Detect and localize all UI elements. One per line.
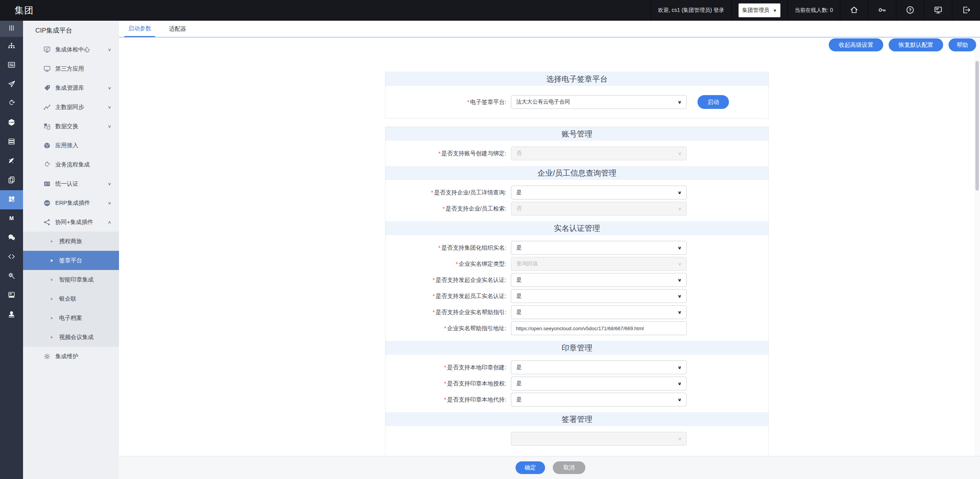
nav-sub-item-6[interactable]: 视频会议集成 — [23, 328, 119, 347]
tab-startup-params[interactable]: 启动参数 — [124, 21, 155, 37]
select-value: 是 — [516, 293, 522, 300]
field-row: *是否支持印章本地代持:是∨ — [385, 393, 768, 407]
help-pill-button[interactable]: 帮助 — [949, 38, 976, 51]
vertical-scrollbar[interactable] — [974, 38, 980, 479]
text-field-input[interactable] — [511, 322, 686, 335]
nav-item-5[interactable]: 数据交换∨ — [23, 117, 119, 136]
select-field: 否∨ — [511, 202, 687, 216]
chevron-down-icon: ∨ — [678, 100, 682, 105]
select-field[interactable]: 是∨ — [511, 241, 687, 255]
strip-item-code[interactable] — [0, 248, 23, 267]
field-row: *是否支持企业/员工详情查询:是∨ — [385, 186, 768, 199]
nav-item-3[interactable]: 集成资源库∨ — [23, 78, 119, 97]
nav-item-4[interactable]: 主数据同步∨ — [23, 97, 119, 117]
role-select[interactable]: 集团管理员 ∨ — [739, 3, 781, 17]
select-value: 法大大公有云电子合同 — [516, 99, 570, 105]
nav-item-6[interactable]: 应用接入 — [23, 136, 119, 155]
section-title: 签署管理 — [385, 412, 768, 426]
chevron-down-icon: ∨ — [678, 190, 682, 195]
nav-item-10[interactable]: 协同+集成插件∧ — [23, 212, 119, 232]
nav-item-label: 应用接入 — [55, 142, 78, 149]
strip-item-documents[interactable] — [0, 171, 23, 190]
strip-item-maintenance-tools[interactable] — [0, 267, 23, 286]
nav-sub-item-3[interactable]: 智能印章集成 — [23, 270, 119, 289]
scrollbar-thumb[interactable] — [975, 61, 979, 191]
nav-item-2[interactable]: 第三方应用 — [23, 59, 119, 78]
chevron-down-icon: ∨ — [678, 151, 682, 156]
chevron-down-icon: ∨ — [678, 278, 682, 283]
sync-icon — [42, 102, 51, 112]
strip-item-m-app[interactable]: M — [0, 209, 23, 229]
field-row: *企业实名帮助指引地址: — [385, 321, 768, 335]
strip-item-wechat[interactable] — [0, 229, 23, 248]
select-field[interactable]: 是∨ — [511, 360, 687, 374]
strip-item-stamp[interactable] — [0, 305, 23, 324]
select-field[interactable]: 是∨ — [511, 305, 687, 319]
strip-item-org-structure[interactable] — [0, 37, 23, 56]
required-mark: * — [438, 244, 441, 251]
chevron-up-icon: ∧ — [107, 220, 111, 224]
select-field[interactable]: 是∨ — [511, 186, 687, 199]
confirm-button[interactable]: 确定 — [516, 461, 545, 474]
nav-sub-item-5[interactable]: 电子档案 — [23, 308, 119, 328]
nav-item-8[interactable]: 统一认证∨ — [23, 174, 119, 193]
chevron-down-icon: ∨ — [678, 381, 682, 386]
field-row: *是否支持账号创建与绑定:否∨ — [385, 146, 768, 160]
nav-item-9[interactable]: ERPERP集成插件∨ — [23, 193, 119, 212]
select-value: 是 — [516, 309, 522, 316]
select-value: 是 — [516, 189, 522, 196]
select-field[interactable]: 是∨ — [511, 377, 687, 390]
select-value: 是 — [516, 364, 522, 371]
erp-icon: ERP — [42, 198, 51, 207]
strip-item-send[interactable] — [0, 75, 23, 94]
strip-item-control-panel[interactable] — [0, 56, 23, 75]
select-field[interactable]: 是∨ — [511, 289, 687, 303]
nav-item-label: 业务流程集成 — [55, 161, 90, 168]
launch-button[interactable]: 启动 — [697, 95, 729, 109]
strip-item-cap-badge[interactable]: CAP — [0, 114, 23, 133]
chevron-down-icon: ∨ — [107, 181, 111, 186]
svg-text:?: ? — [909, 8, 912, 12]
nav-item-maintenance[interactable]: 集成维护 — [23, 347, 119, 366]
required-mark: * — [444, 396, 446, 403]
platform-select[interactable]: 法大大公有云电子合同 ∨ — [511, 95, 687, 109]
strip-item-integration-apps[interactable] — [0, 190, 23, 209]
required-mark: * — [433, 309, 435, 315]
select-value: 是 — [516, 277, 522, 283]
strip-item-fan[interactable] — [0, 152, 23, 171]
required-mark: * — [433, 293, 435, 299]
password-button[interactable] — [868, 0, 896, 21]
required-mark: * — [467, 99, 469, 105]
section-fields: *是否支持本地印章创建:是∨*是否支持印章本地授权:是∨*是否支持印章本地代持:… — [385, 355, 768, 412]
restore-default-button[interactable]: 恢复默认配置 — [889, 38, 943, 51]
nav-sub-item-2[interactable]: 签章平台 — [23, 251, 119, 270]
chevron-down-icon: ∨ — [107, 86, 111, 90]
exchange-icon — [42, 122, 51, 131]
fan-icon — [7, 156, 16, 166]
nav-submenu: 携程商旅签章平台智能印章集成银企联电子档案视频会议集成 — [23, 232, 119, 347]
nav-sub-item-4[interactable]: 银企联 — [23, 289, 119, 308]
strip-item-terminal[interactable] — [0, 286, 23, 305]
select-field[interactable]: 是∨ — [511, 273, 687, 287]
section-title: 选择电子签章平台 — [385, 72, 768, 86]
logout-button[interactable] — [952, 0, 980, 21]
collapse-advanced-button[interactable]: 收起高级设置 — [829, 38, 883, 51]
tab-adapter[interactable]: 适配器 — [165, 21, 190, 36]
nav-sub-item-1[interactable]: 携程商旅 — [23, 232, 119, 251]
workstation-button[interactable] — [924, 0, 952, 21]
field-label: *是否支持企业/员工详情查询: — [385, 189, 506, 196]
nav-item-1[interactable]: 集成体检中心∨ — [23, 40, 119, 59]
section-fields: ∨ — [385, 426, 768, 451]
help-button[interactable]: ? — [896, 0, 924, 21]
nav-item-7[interactable]: 业务流程集成 — [23, 155, 119, 174]
chevron-down-icon: ∨ — [107, 124, 111, 128]
strip-item-collapse-menu[interactable] — [0, 21, 23, 37]
strip-item-flow-sync[interactable] — [0, 94, 23, 114]
home-button[interactable] — [840, 0, 868, 21]
text-field[interactable] — [511, 321, 687, 335]
select-field: ∨ — [511, 432, 687, 446]
select-field[interactable]: 是∨ — [511, 393, 687, 407]
cancel-button[interactable]: 取消 — [553, 461, 585, 474]
strip-item-resource-stack[interactable] — [0, 133, 23, 152]
resource-icon — [42, 83, 51, 92]
